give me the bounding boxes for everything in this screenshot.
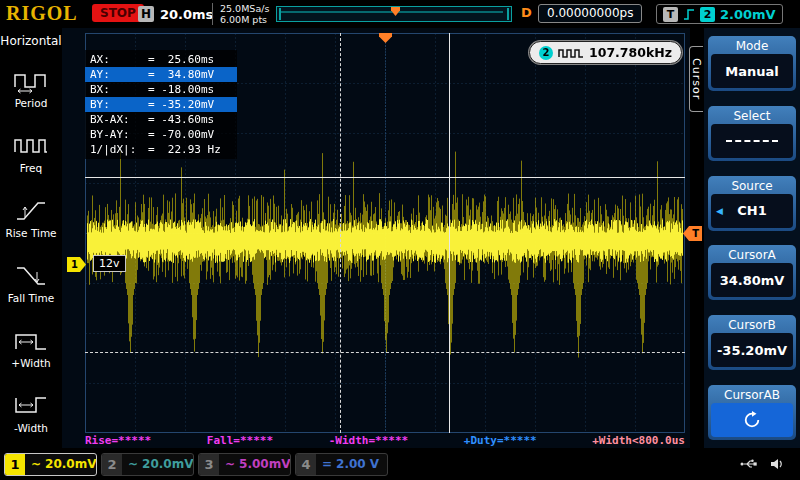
channel-scale: 20.0mV xyxy=(142,457,193,471)
fall-time-icon xyxy=(13,263,49,289)
menu-item-value: -35.20mV xyxy=(711,333,793,367)
sidebar-item-fall-time[interactable]: Fall Time xyxy=(8,251,54,316)
cursor-b-hline[interactable] xyxy=(85,352,685,353)
cursor-measurements-panel: AX:= 25.60ms AY:= 34.80mV BX:= -18.00ms … xyxy=(85,50,237,159)
freq-icon xyxy=(13,133,49,159)
freq-counter-value: 107.780kHz xyxy=(589,45,672,60)
dashed-line-icon xyxy=(726,140,778,142)
coupling-icon: ~ xyxy=(31,457,41,471)
sidebar-item-period[interactable]: Period xyxy=(13,56,49,121)
timebase-value: 20.0ms xyxy=(160,7,213,22)
trigger-slope-icon xyxy=(683,7,695,21)
trigger-level-value: 2.00mV xyxy=(720,7,776,22)
waveform-preview-strip[interactable] xyxy=(276,6,512,22)
menu-item-label: CursorB xyxy=(711,317,793,333)
delay-label: D xyxy=(521,5,532,20)
channel-1-status[interactable]: 1 ~ 20.0mV xyxy=(4,453,97,476)
horizontal-status[interactable]: H 20.0ms xyxy=(138,6,213,22)
sidebar-item-freq[interactable]: Freq xyxy=(13,121,49,186)
measurement-minus-width: -Width=***** xyxy=(329,434,408,447)
trigger-status[interactable]: T 2 2.00mV xyxy=(656,4,783,24)
readout-row: BY:= -35.20mV xyxy=(85,97,237,112)
sidebar-item-label: Period xyxy=(15,97,48,109)
softkey-menu: Mode Manual Select Source ◀ CH1 CursorA … xyxy=(704,28,800,448)
sidebar-item-label: Fall Time xyxy=(8,292,54,304)
measure-sidebar-title: Horizontal xyxy=(0,34,61,56)
cursor-b-vline[interactable] xyxy=(340,33,341,433)
sidebar-item-label: -Width xyxy=(14,422,48,434)
channel-number-badge: 4 xyxy=(296,454,316,475)
readout-row: AX:= 25.60ms xyxy=(85,52,237,67)
sidebar-item-plus-width[interactable]: +Width xyxy=(11,316,50,381)
sidebar-item-label: +Width xyxy=(11,357,50,369)
menu-item-value: Manual xyxy=(711,54,793,88)
menu-item-mode[interactable]: Mode Manual xyxy=(708,36,796,91)
readout-row: BY-AY:= -70.00mV xyxy=(85,127,237,142)
menu-item-label: Select xyxy=(711,108,793,124)
swap-refresh-icon xyxy=(743,411,761,429)
channel-scale: 2.00 V xyxy=(336,457,379,471)
measure-sidebar: Horizontal Period Freq Rise Time xyxy=(0,28,62,448)
frequency-counter-badge: 2 107.780kHz xyxy=(529,41,682,64)
readout-row: BX-AX:= -43.60ms xyxy=(85,112,237,127)
channel-number-badge: 2 xyxy=(102,454,122,475)
channel-status-bar: 1 ~ 20.0mV 2 ~ 20.0mV 3 ~ 5.00mV 4 = 2.0… xyxy=(0,448,800,480)
channel-4-status[interactable]: 4 = 2.00 V xyxy=(295,453,388,476)
menu-item-label: Mode xyxy=(711,38,793,54)
channel-2-status[interactable]: 2 ~ 20.0mV xyxy=(101,453,194,476)
measurement-plus-duty: +Duty=***** xyxy=(464,434,537,447)
acquisition-info: 25.0MSa/s 6.00M pts xyxy=(212,3,269,25)
menu-item-value: 34.80mV xyxy=(711,263,793,297)
channel-number-badge: 1 xyxy=(5,454,25,475)
left-arrow-icon: ◀ xyxy=(716,206,723,216)
measurement-rise: Rise=***** xyxy=(85,434,151,447)
minus-width-icon xyxy=(13,393,49,419)
delay-value: 0.00000000ps xyxy=(538,4,642,23)
square-wave-icon xyxy=(558,47,584,59)
cursor-a-hline[interactable] xyxy=(85,177,685,178)
sidebar-item-label: Rise Time xyxy=(5,227,56,239)
trigger-label: T xyxy=(663,7,678,22)
graticule: 1 12v AX:= 25.60ms AY:= 34.80mV BX:= -18… xyxy=(62,28,690,448)
menu-item-value: ◀ CH1 xyxy=(711,194,793,228)
menu-item-label: Source xyxy=(711,178,793,194)
sample-rate: 25.0MSa/s xyxy=(220,3,269,14)
sidebar-item-rise-time[interactable]: Rise Time xyxy=(5,186,56,251)
menu-item-select[interactable]: Select xyxy=(708,106,796,161)
channel-label-tag: 12v xyxy=(93,255,126,272)
usb-icon xyxy=(740,458,758,470)
rigol-logo: RIGOL xyxy=(6,2,78,25)
cursor-a-vline[interactable] xyxy=(449,33,450,433)
coupling-icon: ~ xyxy=(225,457,235,471)
menu-item-cursorab[interactable]: CursorAB xyxy=(708,385,796,440)
channel-scale: 20.0mV xyxy=(45,457,96,471)
menu-item-source[interactable]: Source ◀ CH1 xyxy=(708,176,796,231)
readout-row: BX:= -18.00ms xyxy=(85,82,237,97)
menu-item-cursora[interactable]: CursorA 34.80mV xyxy=(708,245,796,300)
readout-row: 1/|dX|:= 22.93 Hz xyxy=(85,142,237,157)
channel-1-position-marker[interactable]: 1 xyxy=(67,257,86,272)
channel-3-status[interactable]: 3 ~ 5.00mV xyxy=(198,453,291,476)
menu-item-label: CursorA xyxy=(711,247,793,263)
coupling-icon: = xyxy=(322,457,332,471)
period-icon xyxy=(13,68,49,94)
freq-counter-channel-badge: 2 xyxy=(539,46,553,60)
run-state-badge[interactable]: STOP xyxy=(92,4,144,22)
oscilloscope-screen: RIGOL STOP H 20.0ms 25.0MSa/s 6.00M pts … xyxy=(0,0,800,480)
channel-number-badge: 3 xyxy=(199,454,219,475)
menu-tab-cursor: Cursor xyxy=(689,46,703,112)
speaker-icon xyxy=(770,458,784,470)
menu-item-value xyxy=(711,124,793,158)
rise-time-icon xyxy=(13,198,49,224)
top-status-bar: RIGOL STOP H 20.0ms 25.0MSa/s 6.00M pts … xyxy=(0,0,800,28)
status-icons xyxy=(740,458,800,470)
menu-item-value xyxy=(711,403,793,437)
menu-item-label: CursorAB xyxy=(711,387,793,403)
measurement-results-row: Rise=***** Fall=***** -Width=***** +Duty… xyxy=(85,434,685,447)
readout-row: AY:= 34.80mV xyxy=(85,67,237,82)
measurement-fall: Fall=***** xyxy=(207,434,273,447)
menu-item-cursorb[interactable]: CursorB -35.20mV xyxy=(708,315,796,370)
sidebar-item-minus-width[interactable]: -Width xyxy=(13,381,49,446)
memory-depth: 6.00M pts xyxy=(220,14,269,25)
sidebar-item-label: Freq xyxy=(20,162,43,174)
